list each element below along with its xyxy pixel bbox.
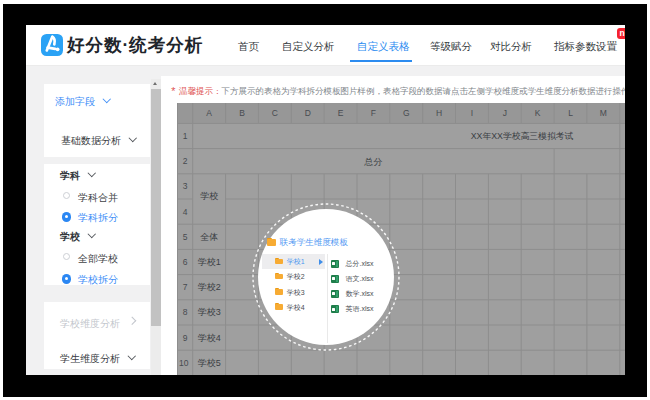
svg-text:全体: 全体 bbox=[200, 231, 218, 241]
svg-text:C: C bbox=[272, 108, 278, 118]
svg-text:K: K bbox=[535, 108, 541, 118]
svg-text:XX年XX学校高三模拟考试: XX年XX学校高三模拟考试 bbox=[471, 131, 574, 141]
svg-text:D: D bbox=[305, 108, 311, 118]
svg-text:B: B bbox=[239, 108, 245, 118]
svg-text:学校2: 学校2 bbox=[198, 282, 221, 292]
svg-text:8: 8 bbox=[183, 307, 188, 317]
svg-text:E: E bbox=[338, 108, 344, 118]
svg-text:10: 10 bbox=[179, 357, 189, 367]
svg-text:6: 6 bbox=[183, 257, 188, 267]
svg-text:4: 4 bbox=[183, 206, 188, 216]
svg-text:总分: 总分 bbox=[364, 156, 383, 166]
svg-text:J: J bbox=[503, 108, 507, 118]
svg-text:1: 1 bbox=[183, 131, 188, 141]
svg-text:学校4: 学校4 bbox=[198, 332, 221, 342]
svg-text:学校5: 学校5 bbox=[198, 357, 221, 367]
svg-text:H: H bbox=[436, 108, 442, 118]
svg-text:M: M bbox=[600, 108, 607, 118]
svg-text:3: 3 bbox=[183, 181, 188, 191]
svg-text:学校: 学校 bbox=[200, 191, 218, 201]
svg-text:F: F bbox=[371, 108, 376, 118]
svg-text:L: L bbox=[568, 108, 573, 118]
svg-text:9: 9 bbox=[183, 332, 188, 342]
svg-text:5: 5 bbox=[183, 231, 188, 241]
svg-text:学校3: 学校3 bbox=[198, 307, 221, 317]
svg-text:G: G bbox=[403, 108, 410, 118]
svg-text:7: 7 bbox=[183, 282, 188, 292]
svg-text:2: 2 bbox=[183, 156, 188, 166]
svg-text:学校1: 学校1 bbox=[198, 257, 221, 267]
svg-text:A: A bbox=[206, 108, 212, 118]
svg-text:I: I bbox=[471, 108, 473, 118]
